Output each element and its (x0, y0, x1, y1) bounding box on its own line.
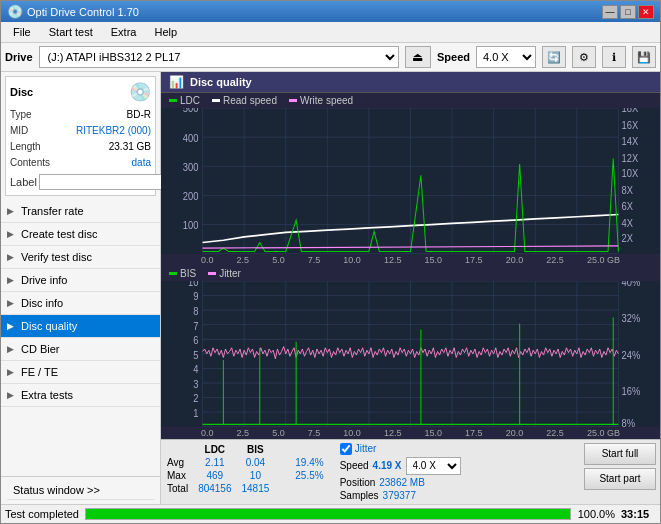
samples-value: 379377 (383, 490, 416, 501)
status-text: Test completed (5, 508, 79, 520)
speed-text-label: Speed (340, 460, 369, 471)
start-full-button[interactable]: Start full (584, 443, 656, 465)
menu-extra[interactable]: Extra (103, 24, 145, 40)
close-button[interactable]: ✕ (638, 5, 654, 19)
legend-jitter-label: Jitter (219, 268, 241, 279)
svg-text:16X: 16X (622, 120, 639, 131)
speed-row: Speed 4.19 X 4.0 X (340, 457, 461, 475)
drive-select[interactable]: (J:) ATAPI iHBS312 2 PL17 (39, 46, 399, 68)
nav-extra-tests-label: Extra tests (21, 389, 73, 401)
avg-ldc: 2.11 (196, 456, 239, 469)
speed-value: 4.19 X (373, 460, 402, 471)
top-chart-section: LDC Read speed Write speed (161, 93, 660, 266)
label-input[interactable] (39, 174, 172, 190)
mid-value: RITEKBR2 (000) (76, 123, 151, 139)
svg-text:2X: 2X (622, 234, 634, 245)
col-jitter (293, 443, 331, 456)
settings-button[interactable]: ⚙ (572, 46, 596, 68)
speed-select[interactable]: 4.0 X (476, 46, 536, 68)
arrow-icon: ▶ (7, 367, 14, 377)
svg-text:7: 7 (193, 320, 199, 332)
nav-verify-test-disc-label: Verify test disc (21, 251, 92, 263)
bottom-chart-section: BIS Jitter (161, 266, 660, 439)
samples-label: Samples (340, 490, 379, 501)
contents-value: data (132, 155, 151, 171)
position-row: Position 23862 MB (340, 477, 461, 488)
total-label: Total (165, 482, 196, 495)
refresh-button[interactable]: 🔄 (542, 46, 566, 68)
status-window-button[interactable]: Status window >> (7, 481, 154, 500)
main-area: Disc 💿 Type BD-R MID RITEKBR2 (000) Leng… (1, 72, 660, 503)
total-ldc: 804156 (196, 482, 239, 495)
legend-bis-label: BIS (180, 268, 196, 279)
legend-read-speed-label: Read speed (223, 95, 277, 106)
svg-text:6X: 6X (622, 201, 634, 212)
avg-label: Avg (165, 456, 196, 469)
position-value: 23862 MB (379, 477, 425, 488)
avg-jitter: 19.4% (293, 456, 331, 469)
sidebar-item-transfer-rate[interactable]: ▶ Transfer rate (1, 200, 160, 223)
arrow-icon: ▶ (7, 298, 14, 308)
start-buttons: Start full Start part (584, 443, 656, 490)
length-label: Length (10, 139, 41, 155)
disc-panel-title: Disc (10, 86, 33, 98)
svg-text:9: 9 (193, 291, 199, 303)
type-label: Type (10, 107, 32, 123)
nav-disc-info-label: Disc info (21, 297, 63, 309)
start-part-button[interactable]: Start part (584, 468, 656, 490)
speed-select-stats[interactable]: 4.0 X (406, 457, 461, 475)
disc-icon: 💿 (129, 81, 151, 103)
jitter-checkbox[interactable] (340, 443, 352, 455)
status-bar: Test completed 100.0% 33:15 (1, 504, 660, 523)
jitter-label: Jitter (355, 443, 377, 454)
eject-button[interactable]: ⏏ (405, 46, 431, 68)
svg-text:4: 4 (193, 364, 199, 376)
nav-disc-quality-label: Disc quality (21, 320, 77, 332)
arrow-icon: ▶ (7, 229, 14, 239)
maximize-button[interactable]: □ (620, 5, 636, 19)
legend-write-speed-label: Write speed (300, 95, 353, 106)
svg-text:400: 400 (183, 133, 199, 144)
svg-text:8: 8 (193, 305, 199, 317)
sidebar-item-extra-tests[interactable]: ▶ Extra tests (1, 384, 160, 407)
stats-row: LDC BIS Avg 2.11 0.04 19.4% Max 4 (161, 439, 660, 504)
nav-drive-info-label: Drive info (21, 274, 67, 286)
bottom-chart-visual: 10 9 8 7 6 5 4 3 2 1 (161, 281, 660, 427)
info-button[interactable]: ℹ (602, 46, 626, 68)
svg-text:500: 500 (183, 108, 199, 115)
sidebar-item-fe-te[interactable]: ▶ FE / TE (1, 361, 160, 384)
chart-header-icon: 📊 (169, 75, 184, 89)
type-value: BD-R (127, 107, 151, 123)
svg-text:24%: 24% (622, 349, 641, 361)
save-button[interactable]: 💾 (632, 46, 656, 68)
stats-right: Jitter Speed 4.19 X 4.0 X Position 23862… (340, 443, 461, 501)
svg-text:4X: 4X (622, 218, 634, 229)
app-title: Opti Drive Control 1.70 (27, 6, 139, 18)
samples-row: Samples 379377 (340, 490, 461, 501)
menu-file[interactable]: File (5, 24, 39, 40)
nav-transfer-rate-label: Transfer rate (21, 205, 84, 217)
svg-text:300: 300 (183, 162, 199, 173)
menu-start-test[interactable]: Start test (41, 24, 101, 40)
sidebar-item-cd-bier[interactable]: ▶ CD Bier (1, 338, 160, 361)
svg-text:16%: 16% (622, 386, 641, 398)
svg-text:8X: 8X (622, 185, 634, 196)
sidebar-item-drive-info[interactable]: ▶ Drive info (1, 269, 160, 292)
minimize-button[interactable]: — (602, 5, 618, 19)
sidebar-item-verify-test-disc[interactable]: ▶ Verify test disc (1, 246, 160, 269)
top-chart-xaxis: 0.0 2.5 5.0 7.5 10.0 12.5 15.0 17.5 20.0… (161, 254, 660, 266)
nav-cd-bier-label: CD Bier (21, 343, 60, 355)
title-bar: 💿 Opti Drive Control 1.70 — □ ✕ (1, 1, 660, 22)
svg-text:1: 1 (193, 407, 199, 419)
total-bis: 14815 (240, 482, 278, 495)
menu-help[interactable]: Help (146, 24, 185, 40)
svg-text:14X: 14X (622, 136, 639, 147)
sidebar-item-disc-info[interactable]: ▶ Disc info (1, 292, 160, 315)
svg-text:2: 2 (193, 393, 199, 405)
stats-table: LDC BIS Avg 2.11 0.04 19.4% Max 4 (165, 443, 332, 495)
bottom-chart-legend: BIS Jitter (161, 266, 660, 281)
svg-text:10X: 10X (622, 169, 639, 180)
sidebar-item-create-test-disc[interactable]: ▶ Create test disc (1, 223, 160, 246)
svg-text:200: 200 (183, 191, 199, 202)
sidebar-item-disc-quality[interactable]: ▶ Disc quality (1, 315, 160, 338)
